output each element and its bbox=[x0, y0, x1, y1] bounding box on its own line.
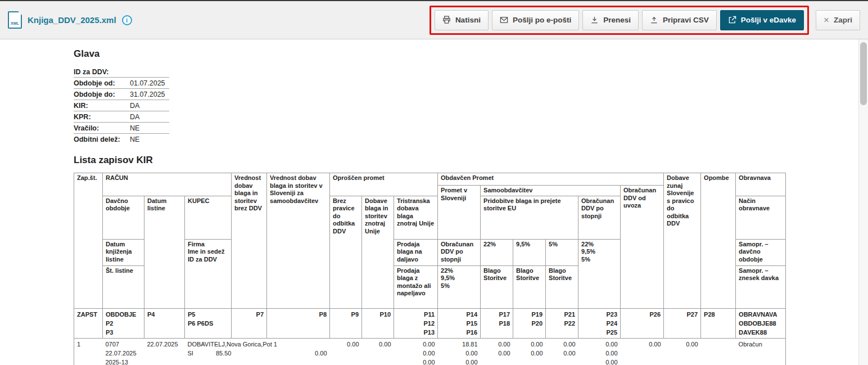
xml-badge-label: XML bbox=[11, 21, 19, 25]
th-davcno-obdobje: Davčno obdobje bbox=[103, 196, 144, 239]
cell-p23-p24-p25: 0.00 0.00 0.00 bbox=[578, 338, 621, 365]
th-obracunan-ddv-od-uvoza: Obračunan DDV od uvoza bbox=[621, 186, 664, 309]
code-zapst: ZAPST bbox=[74, 308, 103, 338]
glava-value bbox=[130, 66, 169, 78]
th-oproscen-promet: Oproščen promet bbox=[330, 173, 438, 196]
prepare-csv-button[interactable]: Pripravi CSV bbox=[642, 10, 717, 30]
th-prodaja-z-montazo: Prodaja blaga z montažo ali napeljavo bbox=[394, 265, 438, 308]
th-samoobdavcitev: Samoobdavčitev bbox=[481, 186, 621, 196]
th-stopnje-samo: 22% 9,5% 5% bbox=[578, 239, 621, 308]
download-button-label: Prenesi bbox=[603, 16, 631, 24]
th-firma-ime-id: Firma Ime in sedež ID za DDV bbox=[185, 239, 232, 308]
code-p14-p15-p16: P14 P15 P16 bbox=[438, 308, 481, 338]
code-p17-p18: P17 P18 bbox=[481, 308, 513, 338]
code-p10: P10 bbox=[362, 308, 394, 338]
th-st-listine: Št. listine bbox=[103, 265, 144, 308]
codes-row: ZAPST OBDOBJE P2 P3 P4 P5 P6 P6DS P7 P8 … bbox=[74, 308, 786, 338]
code-p8: P8 bbox=[267, 308, 330, 338]
folded-corner bbox=[18, 11, 22, 15]
print-button[interactable]: Natisni bbox=[435, 10, 489, 30]
cell-p14-p15-p16: 18.81 0.00 0.00 bbox=[438, 338, 481, 365]
glava-label: KIR: bbox=[74, 100, 130, 111]
cell-kupec-znesek: 85.50 bbox=[216, 350, 232, 357]
document-preview: Glava ID za DDV: Obdobje od: 01.07.2025 … bbox=[0, 39, 868, 365]
code-p9: P9 bbox=[330, 308, 362, 338]
th-obdavcen-promet: Obdavčen Promet bbox=[438, 173, 664, 186]
code-p11-p12-p13: P11 P12 P13 bbox=[394, 308, 438, 338]
th-tristranska-dobava: Tristranska dobava blaga znotraj Unije bbox=[394, 196, 438, 239]
th-dobave-zunaj-slovenije: Dobave zunaj Slovenije s pravico do odbi… bbox=[664, 173, 701, 309]
th-obravnava: Obravnava bbox=[736, 173, 786, 196]
th-promet-v-sloveniji: Promet v Sloveniji bbox=[438, 186, 481, 240]
cell-p9: 0.00 bbox=[330, 338, 362, 365]
cell-obdobje: 0707 22.07.2025 2025-13 bbox=[103, 338, 144, 365]
kir-record-row: 1 0707 22.07.2025 2025-13 22.07.2025 DOB… bbox=[74, 338, 786, 365]
code-obdobje-p2-p3: OBDOBJE P2 P3 bbox=[103, 308, 144, 338]
code-p19-p20: P19 P20 bbox=[513, 308, 546, 338]
th-vrednost-brez-ddv: Vrednost dobav blaga in storitev brez DD… bbox=[232, 173, 267, 309]
cell-datum-listine: 22.07.2025 bbox=[144, 338, 185, 365]
scrollbar-thumb[interactable] bbox=[860, 42, 867, 105]
download-button[interactable]: Prenesi bbox=[582, 10, 639, 30]
printer-icon bbox=[442, 16, 451, 24]
glava-label: KPR: bbox=[74, 111, 130, 123]
th-datum-knjizenja: Datum knjiženja listine bbox=[103, 239, 144, 265]
cell-p19-p20: 0.00 0.00 bbox=[513, 338, 546, 365]
code-p21-p22: P21 P22 bbox=[546, 308, 578, 338]
glava-value: 31.07.2025 bbox=[130, 89, 169, 100]
glava-row: Odbitni delež: NE bbox=[74, 134, 169, 145]
th-opombe: Opombe bbox=[701, 173, 736, 309]
cell-p21-p22: 0.00 0.00 bbox=[546, 338, 578, 365]
close-button[interactable]: × Zapri bbox=[816, 10, 860, 30]
topbar: XML Knjiga_DDV_2025.xml i Natisni Pošlji… bbox=[0, 0, 868, 39]
send-email-button[interactable]: Pošlji po e-pošti bbox=[492, 10, 579, 30]
th-prodaja-na-daljavo: Prodaja blaga na daljavo bbox=[394, 239, 438, 265]
glava-row: ID za DDV: bbox=[74, 66, 169, 78]
code-obravnava: OBRAVNAVA OBDOBJE88 DAVEK88 bbox=[736, 308, 786, 338]
envelope-icon bbox=[500, 16, 508, 24]
external-link-icon bbox=[728, 16, 736, 24]
th-stopnje-slo: 22% 9,5% 5% bbox=[438, 265, 481, 308]
cell-p28 bbox=[701, 338, 736, 365]
th-rate-95: 9,5% bbox=[513, 239, 546, 265]
th-kupec: KUPEC bbox=[185, 196, 232, 239]
code-p7: P7 bbox=[232, 308, 267, 338]
glava-label: Obdobje od: bbox=[74, 78, 130, 89]
th-obracunan-ddv-stopnji-samo: Obračunan DDV po stopnji bbox=[578, 196, 621, 239]
close-button-label: Zapri bbox=[834, 16, 852, 24]
glava-label: ID za DDV: bbox=[74, 66, 130, 78]
cell-p27: 0.00 bbox=[664, 338, 701, 365]
vertical-scrollbar[interactable] bbox=[858, 39, 868, 365]
send-email-button-label: Pošlji po e-pošti bbox=[513, 16, 571, 24]
cell-kupec-firma: DOBAVITELJ,Nova Gorica,Pot 1 bbox=[188, 340, 229, 349]
code-p4: P4 bbox=[144, 308, 185, 338]
code-p27: P27 bbox=[664, 308, 701, 338]
file-group: XML Knjiga_DDV_2025.xml i bbox=[8, 11, 132, 29]
glava-row: KPR: DA bbox=[74, 111, 169, 123]
th-samopr-znesek-davka: Samopr. – znesek davka bbox=[736, 265, 786, 308]
info-icon[interactable]: i bbox=[122, 15, 132, 25]
th-blago-storitve-5: Blago Storitve bbox=[546, 265, 578, 308]
cell-kupec-line2: SI85.50 bbox=[188, 349, 229, 358]
highlighted-toolbar: Natisni Pošlji po e-pošti Prenesi Pripra… bbox=[430, 6, 809, 35]
code-p23-p24-p25: P23 P24 P25 bbox=[578, 308, 621, 338]
kir-heading: Lista zapisov KIR bbox=[74, 155, 868, 166]
th-samopr-davcno-obdobje: Samopr. – davčno obdobje bbox=[736, 239, 786, 265]
th-racun: RAČUN bbox=[103, 173, 232, 196]
th-rate-5: 5% bbox=[546, 239, 578, 265]
cell-p10: 0.00 bbox=[362, 338, 394, 365]
export-csv-icon bbox=[650, 16, 658, 24]
glava-row: KIR: DA bbox=[74, 100, 169, 111]
glava-table: ID za DDV: Obdobje od: 01.07.2025 Obdobj… bbox=[74, 66, 169, 145]
th-obracunan-ddv-stopnji-slo: Obračunan DDV po stopnji bbox=[438, 239, 481, 265]
code-p28: P28 bbox=[701, 308, 736, 338]
print-button-label: Natisni bbox=[455, 16, 481, 24]
glava-row: Obdobje do: 31.07.2025 bbox=[74, 89, 169, 100]
xml-file-icon: XML bbox=[8, 11, 22, 29]
cell-zapst: 1 bbox=[74, 338, 103, 365]
glava-value: DA bbox=[130, 111, 169, 123]
code-p5-p6-p6ds: P5 P6 P6DS bbox=[185, 308, 232, 338]
send-to-edavke-button[interactable]: Pošlji v eDavke bbox=[720, 10, 804, 30]
code-p26: P26 bbox=[621, 308, 664, 338]
glava-row: Vračilo: NE bbox=[74, 123, 169, 134]
